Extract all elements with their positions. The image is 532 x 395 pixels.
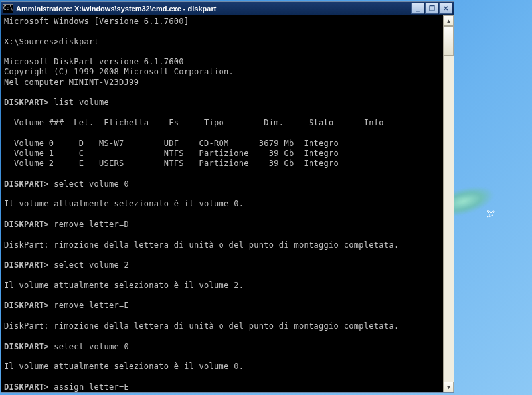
cmd-remove-e: remove letter=E	[54, 301, 129, 310]
msg-remove-complete: DiskPart: rimozione della lettera di uni…	[4, 240, 399, 250]
cmd-remove-d: remove letter=D	[54, 220, 129, 229]
table-row: Volume 0 D MS-W7 UDF CD-ROM 3679 Mb Inte…	[4, 139, 339, 148]
maximize-button[interactable]: ❐	[425, 3, 438, 14]
computer-line: Nel computer MININT-V23DJ99	[4, 78, 139, 87]
scroll-track[interactable]	[444, 26, 454, 382]
scroll-thumb[interactable]	[444, 26, 454, 56]
scroll-up-button[interactable]: ▲	[444, 15, 454, 26]
os-version: Microsoft Windows [Versione 6.1.7600]	[4, 17, 189, 26]
diskpart-prompt: DISKPART>	[4, 260, 49, 270]
cmd-select-vol0: select volume 0	[54, 179, 129, 189]
scroll-down-button[interactable]: ▼	[444, 382, 454, 392]
diskpart-prompt: DISKPART>	[4, 98, 49, 107]
diskpart-version: Microsoft DiskPart versione 6.1.7600	[4, 57, 184, 66]
diskpart-prompt: DISKPART>	[4, 342, 49, 351]
cmd-select-vol0: select volume 0	[54, 342, 129, 351]
cmd-icon: C:\	[3, 4, 13, 13]
window-controls: _ ❐ ✕	[411, 3, 452, 14]
diskpart-prompt: DISKPART>	[4, 382, 49, 392]
table-row: Volume 2 E USERS NTFS Partizione 39 Gb I…	[4, 159, 339, 168]
table-separator: ---------- ---- ----------- ----- ------…	[4, 128, 404, 137]
typed-command: diskpart	[59, 37, 99, 46]
msg-remove-complete: DiskPart: rimozione della lettera di uni…	[4, 321, 399, 331]
msg-selected-vol0: Il volume attualmente selezionato è il v…	[4, 362, 244, 371]
msg-selected-vol0: Il volume attualmente selezionato è il v…	[4, 199, 244, 208]
cmd-select-vol2: select volume 2	[54, 260, 129, 270]
cmd-assign-e: assign letter=E	[54, 382, 129, 392]
prompt-path: X:\Sources>	[4, 37, 59, 46]
minimize-button[interactable]: _	[411, 3, 424, 14]
wallpaper-bird: 🕊	[486, 208, 495, 219]
msg-selected-vol2: Il volume attualmente selezionato è il v…	[4, 281, 244, 290]
window-title: Amministratore: X:\windows\system32\cmd.…	[16, 5, 411, 13]
cmd-window: C:\ Amministratore: X:\windows\system32\…	[1, 1, 454, 393]
cmd-list-volume: list volume	[54, 98, 109, 107]
diskpart-prompt: DISKPART>	[4, 301, 49, 310]
table-header: Volume ### Let. Etichetta Fs Tipo Dim. S…	[4, 118, 384, 127]
copyright-line: Copyright (C) 1999-2008 Microsoft Corpor…	[4, 67, 234, 76]
diskpart-prompt: DISKPART>	[4, 220, 49, 229]
terminal-output[interactable]: Microsoft Windows [Versione 6.1.7600] X:…	[1, 15, 454, 392]
diskpart-prompt: DISKPART>	[4, 179, 49, 189]
table-row: Volume 1 C NTFS Partizione 39 Gb Integro	[4, 149, 339, 158]
close-button[interactable]: ✕	[439, 3, 452, 14]
titlebar[interactable]: C:\ Amministratore: X:\windows\system32\…	[1, 2, 454, 15]
vertical-scrollbar[interactable]: ▲ ▼	[443, 15, 454, 392]
